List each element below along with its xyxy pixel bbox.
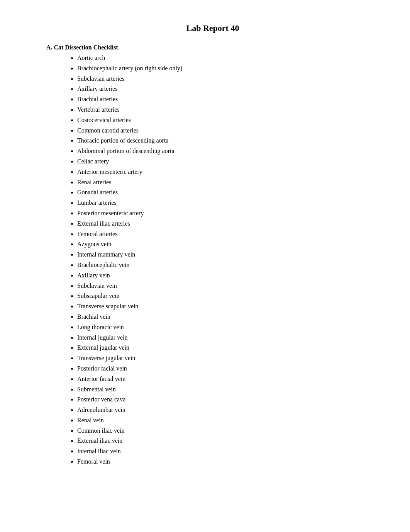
section-a-header: A. Cat Dissection Checklist	[46, 44, 379, 51]
list-item: Subclavian arteries	[77, 74, 379, 84]
list-item: Costocervical arteries	[77, 116, 379, 125]
list-item: Brachiocephalic vein	[77, 260, 379, 270]
list-item: Azygous vein	[77, 240, 379, 249]
list-item: External iliac vein	[77, 436, 379, 446]
list-item: Brachial vein	[77, 312, 379, 322]
list-item: Abdominal portion of descending aorta	[77, 146, 379, 156]
list-item: External jugular vein	[77, 343, 379, 353]
list-item: Posterior vena cava	[77, 395, 379, 405]
list-item: External iliac arteries	[77, 219, 379, 229]
list-item: Gonadal arteries	[77, 188, 379, 197]
list-item: Long thoracic vein	[77, 323, 379, 332]
list-item: Transverse scapular vein	[77, 302, 379, 311]
list-item: Subclavian vein	[77, 281, 379, 291]
list-item: Axillary arteries	[77, 84, 379, 94]
list-item: Subscapular vein	[77, 291, 379, 301]
list-item: Brachiocephalic artery (on right side on…	[77, 64, 379, 73]
list-item: Internal iliac vein	[77, 447, 379, 456]
list-item: Celiac artery	[77, 157, 379, 167]
list-item: Transverse jugular vein	[77, 354, 379, 363]
list-item: Renal vein	[77, 416, 379, 425]
list-item: Anterior mesenteric artery	[77, 167, 379, 177]
list-item: Submental vein	[77, 385, 379, 394]
list-item: Aortic arch	[77, 53, 379, 63]
list-item: Vertebral arteries	[77, 105, 379, 115]
list-item: Posterior facial vein	[77, 364, 379, 374]
page-title: Lab Report 40	[46, 23, 379, 33]
list-item: Renal arteries	[77, 178, 379, 187]
list-item: Brachial arteries	[77, 95, 379, 104]
list-item: Thoracic portion of descending aorta	[77, 136, 379, 146]
list-item: Femoral vein	[77, 457, 379, 467]
list-item: Internal mammary vein	[77, 250, 379, 260]
list-item: Adrenolumbar vein	[77, 405, 379, 415]
list-item: Posterior mesenteric artery	[77, 209, 379, 218]
checklist: Aortic archBrachiocephalic artery (on ri…	[54, 53, 379, 467]
section-a: A. Cat Dissection Checklist Aortic archB…	[46, 44, 379, 467]
list-item: Axillary vein	[77, 271, 379, 280]
list-item: Anterior facial vein	[77, 374, 379, 384]
list-item: Internal jugular vein	[77, 333, 379, 343]
list-item: Common carotid arteries	[77, 126, 379, 136]
list-item: Lumbar arteries	[77, 198, 379, 208]
list-item: Femoral arteries	[77, 229, 379, 239]
list-item: Common iliac vein	[77, 426, 379, 436]
